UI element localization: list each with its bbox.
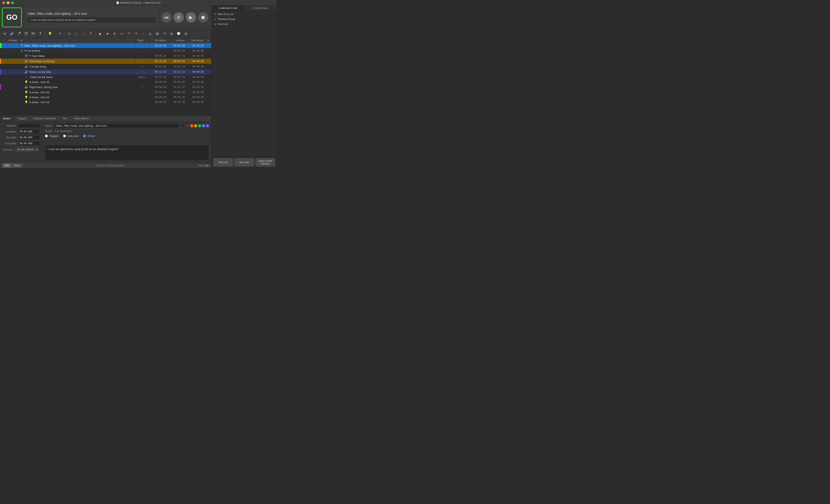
tab-display-geometry[interactable]: Display & Geometry [30, 115, 60, 121]
col-action[interactable]: Action ▶ [168, 38, 187, 43]
toolbar-text-btn[interactable]: T [37, 31, 43, 37]
table-row[interactable]: 💡 lx bump - horn hit 00:00.00 00:00.00 0… [0, 79, 212, 85]
toolbar-hourglass-btn[interactable]: ⧗ [168, 31, 175, 37]
status-bar: Edit Show 25 cues in 3 lists and carts P… [0, 163, 212, 168]
row-action: 00:03.00 [168, 75, 187, 79]
top-area: GO Video, Titles, Audio, and Lighting --… [0, 5, 212, 29]
text-format-button[interactable]: T [181, 124, 185, 128]
maximize-button[interactable] [11, 1, 14, 4]
toolbar-back-btn[interactable]: ↩ [119, 31, 125, 37]
table-row[interactable]: 💡 lx bump - horn hit 00:00.00 00:00.00 0… [0, 90, 212, 95]
table-row[interactable]: 🎬 F Train Video ↑ 00:00.00 00:37.64 00:0… [0, 53, 212, 59]
close-button[interactable] [2, 1, 5, 4]
open-new-window-button[interactable]: Open in New Window [255, 158, 275, 167]
row-dl [205, 85, 212, 90]
armed-checkbox[interactable] [83, 135, 86, 137]
rewind-button[interactable]: ⏮ [161, 12, 171, 23]
new-cart-button[interactable]: New Cart [234, 158, 254, 167]
table-row[interactable]: 🔊 Time keeps on ticking... ↑ 00:31.56 00… [0, 59, 212, 64]
sidebar-item-timeline-group[interactable]: ▶ Timeline Group [212, 16, 277, 22]
cue-type-icon: 🔊 [25, 60, 28, 63]
table-row[interactable]: 🔊 A Simple Song ↑ 00:00.00 04:19.59 00:0… [0, 64, 212, 69]
number-input[interactable] [18, 124, 40, 128]
prewait-input[interactable] [18, 135, 40, 140]
flagged-label: Flagged [49, 134, 59, 137]
color-dot-blue[interactable] [202, 124, 205, 127]
toolbar-fade-btn[interactable]: ↗ [57, 31, 63, 37]
cue-list-sidebar[interactable]: ▶ Main Cue List ▶ Timeline Group ▶ Cue C… [212, 11, 277, 157]
toolbar-loop-btn[interactable]: ↺ [161, 31, 167, 37]
postwait-input[interactable] [18, 141, 40, 145]
tab-basics[interactable]: Basics [0, 115, 14, 121]
play-button[interactable]: ▶ [186, 12, 196, 23]
toolbar-copy-btn[interactable]: ⧉ [2, 31, 8, 37]
color-dot-purple[interactable] [206, 124, 209, 127]
table-row[interactable]: 💡 lx bump - horn hit 00:00.00 00:00.00 0… [0, 95, 212, 100]
continue-select[interactable]: Do not continue Auto-continue Auto-follo… [15, 147, 38, 152]
toolbar-redo-btn[interactable]: ↷ [133, 31, 139, 37]
edit-tab[interactable]: Edit [2, 163, 12, 168]
tab-text[interactable]: Text [59, 115, 70, 121]
tab-triggers[interactable]: Triggers [14, 115, 30, 121]
toolbar-clock-btn[interactable]: ⏱ [88, 31, 94, 37]
toolbar-video-btn[interactable]: 🎬 [23, 31, 29, 37]
cue-table-wrapper[interactable]: Number Q Target Pre Wait ▶ Action ▶ Post… [0, 38, 212, 115]
table-row[interactable]: ⧉ ▼ my timeline 04:19.59 00:00.00 [0, 48, 212, 53]
table-row[interactable]: 🔊 Right Place, Wrong Time ↑ 00:00.00 02:… [0, 85, 212, 90]
col-q[interactable]: Q [19, 38, 135, 43]
color-dot-green[interactable] [198, 124, 201, 127]
sidebar-item-main-cue-list[interactable]: ▶ Main Cue List [212, 12, 277, 16]
toolbar-undo-btn[interactable]: ↶ [126, 31, 132, 37]
toolbar-light-btn[interactable]: 💡 [47, 31, 53, 37]
show-tab[interactable]: Show [12, 163, 23, 168]
name-label: Name: [45, 124, 53, 127]
color-dot-amber[interactable] [194, 124, 197, 127]
autoload-checkbox[interactable] [63, 135, 66, 137]
lists-and-carts-tab[interactable]: 2 Lists and 1 Cart [212, 5, 244, 11]
toolbar-next-btn[interactable]: → [140, 31, 146, 37]
sidebar-item-cue-cart[interactable]: ▶ Cue Cart [212, 22, 277, 27]
active-cues-tab[interactable]: 0 Active Cues [244, 5, 277, 11]
pause-button[interactable]: ⏸ [173, 12, 184, 23]
cue-title-preview: Video, Titles, Audio, and Lighting -- al… [28, 12, 156, 15]
new-list-button[interactable]: New List [213, 158, 233, 167]
edit-show-tabs: Edit Show [2, 163, 23, 168]
col-target[interactable]: Target [135, 38, 149, 43]
duration-input[interactable] [18, 129, 40, 134]
table-row[interactable]: 💡 lx bump - horn hit 00:00.00 00:00.00 0… [0, 100, 212, 105]
table-row[interactable]: T Video, Titles, Audio, and Lighting -- … [0, 43, 212, 48]
toolbar-target-btn[interactable]: ⊙ [66, 31, 72, 37]
tab-video-effects[interactable]: Video Effects [70, 115, 92, 121]
flagged-checkbox[interactable] [45, 135, 47, 137]
expand-inspector-button[interactable]: ⤢ [204, 115, 212, 121]
cue-text-preview: "I sure am glad we're using QLab as our … [28, 17, 156, 23]
toolbar-camera-btn[interactable]: 📷 [30, 31, 36, 37]
stop-button[interactable]: ⏹ [198, 12, 208, 23]
toolbar-emoji-btn[interactable]: ☺ [73, 31, 79, 37]
toolbar-target2-btn[interactable]: ◎ [147, 31, 153, 37]
col-postwait[interactable]: Post Wait ▶ [187, 38, 205, 43]
go-button[interactable]: GO [2, 7, 22, 27]
minimize-button[interactable] [7, 1, 9, 4]
clear-name-button[interactable]: ✕ [185, 124, 189, 128]
toolbar-grid-btn[interactable]: ⊞ [183, 31, 189, 37]
toolbar-stop2-btn[interactable]: ■ [104, 31, 111, 37]
toolbar-audio-btn[interactable]: 🔊 [9, 31, 15, 37]
toolbar-power-btn[interactable]: ⏻ [154, 31, 160, 37]
toolbar-speech-btn[interactable]: 💬 [175, 31, 182, 37]
right-panel: 2 Lists and 1 Cart 0 Active Cues ▶ Main … [212, 5, 277, 168]
toolbar-pause2-btn[interactable]: ⏸ [111, 31, 118, 37]
row-target [135, 79, 149, 85]
toolbar-play2-btn[interactable]: ▶ [97, 31, 103, 37]
arrow-icon: ▶ [215, 18, 216, 20]
col-prewait[interactable]: Pre Wait ▶ [149, 38, 168, 43]
name-input[interactable] [54, 124, 179, 128]
row-indicator-cell [0, 69, 7, 75]
toolbar-mic-btn[interactable]: 🎤 [16, 31, 22, 37]
toolbar-music-btn[interactable]: ♪ [81, 31, 87, 37]
table-row[interactable]: 🔊 Time is on My Side ↑ 00:12.92 02:41.72… [0, 69, 212, 75]
col-number[interactable]: Number [7, 38, 19, 43]
color-dot-orange[interactable] [190, 124, 193, 127]
go-area: GO [0, 5, 25, 29]
table-row[interactable]: ↗ ...Fade into the future Time k... 00:2… [0, 75, 212, 79]
